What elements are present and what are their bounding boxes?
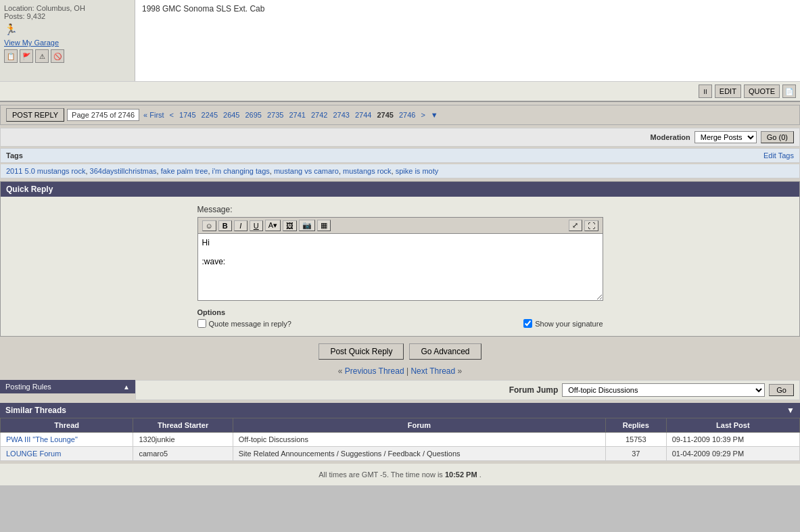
quick-reply-section: Quick Reply Message: ☺ B I U A▾ 🖼 📷 ▦ xyxy=(0,181,800,337)
page-link-2735[interactable]: 2735 xyxy=(266,111,285,119)
tag-changing-tags[interactable]: i'm changing tags xyxy=(212,167,270,175)
thread-link-cell-2: LOUNGE Forum xyxy=(1,447,133,461)
options-row: Quote message in reply? Show your signat… xyxy=(197,319,603,328)
posting-rules-label: Posting Rules xyxy=(5,383,51,391)
edit-button[interactable]: EDIT xyxy=(715,84,741,98)
lastpost-cell-2: 01-04-2009 09:29 PM xyxy=(666,447,799,461)
last-page-icon[interactable]: ▼ xyxy=(429,111,440,119)
italic-button[interactable]: I xyxy=(234,220,248,231)
note-icon[interactable]: 📋 xyxy=(4,49,18,63)
warn-icon[interactable]: ⚠ xyxy=(35,49,49,63)
signature-checkbox[interactable] xyxy=(523,319,532,328)
fullscreen-button[interactable]: ⛶ xyxy=(584,220,598,231)
replies-cell-2: 37 xyxy=(605,447,666,461)
flag-icon[interactable]: 🚩 xyxy=(20,49,33,63)
prev-page-link[interactable]: < xyxy=(168,111,175,119)
page-link-2645[interactable]: 2645 xyxy=(222,111,241,119)
post-reply-button[interactable]: POST REPLY xyxy=(6,108,64,122)
user-posts: Posts: 9,432 xyxy=(4,12,131,20)
view-garage-link[interactable]: View My Garage xyxy=(4,39,59,47)
user-action-icons: 📋 🚩 ⚠ 🚫 xyxy=(4,49,131,63)
signature-checkbox-label[interactable]: Show your signature xyxy=(523,319,603,328)
edit-tags-link[interactable]: Edit Tags xyxy=(763,151,794,160)
vehicle-info: 1998 GMC Sonoma SLS Ext. Cab xyxy=(142,4,793,14)
next-page-link[interactable]: > xyxy=(419,111,426,119)
current-page: 2745 xyxy=(375,111,394,119)
footer-prefix: All times are GMT -5. The time now is xyxy=(319,470,443,479)
quote-checkbox-label[interactable]: Quote message in reply? xyxy=(197,319,291,328)
post-sidebar: Location: Columbus, OH Posts: 9,432 🏃 Vi… xyxy=(0,0,135,81)
message-editor[interactable]: Hi :wave: xyxy=(197,233,603,301)
page-link-2741[interactable]: 2741 xyxy=(287,111,306,119)
tag-mustang-vs-camaro[interactable]: mustang vs camaro xyxy=(274,167,339,175)
tag-364days[interactable]: 364daystillchristmas xyxy=(90,167,157,175)
insert-image-button[interactable]: 🖼 xyxy=(283,220,297,231)
page-link-2743[interactable]: 2743 xyxy=(331,111,350,119)
editor-wrapper: ☺ B I U A▾ 🖼 📷 ▦ ⤢ ⛶ Hi :wave: xyxy=(197,217,603,303)
post-action-row: ⏸ EDIT QUOTE 📄 xyxy=(0,81,800,101)
col-starter: Thread Starter xyxy=(133,418,233,433)
similar-threads-toggle[interactable]: ▼ xyxy=(786,406,795,415)
collapse-arrow-icon[interactable]: ▲ xyxy=(123,383,130,391)
post-quick-reply-button[interactable]: Post Quick Reply xyxy=(319,343,404,360)
moderation-go-button[interactable]: Go (0) xyxy=(761,131,794,143)
previous-thread-link[interactable]: Previous Thread xyxy=(345,366,404,376)
tag-mustangs-rock-2[interactable]: mustangs rock xyxy=(343,167,392,175)
table-row: LOUNGE Forum camaro5 Site Related Announ… xyxy=(1,447,800,461)
tag-mustangs-rock[interactable]: 2011 5.0 mustangs rock xyxy=(6,167,85,175)
moderation-bar: Moderation Merge Posts Go (0) xyxy=(0,128,800,147)
quote-button[interactable]: QUOTE xyxy=(744,84,780,98)
thread-navigation: « Previous Thread | Next Thread » xyxy=(0,366,800,376)
first-page-link[interactable]: « First xyxy=(142,111,166,119)
page-link-2744[interactable]: 2744 xyxy=(354,111,373,119)
tags-section: Tags Edit Tags 2011 5.0 mustangs rock, 3… xyxy=(0,148,800,178)
page-link-2742[interactable]: 2742 xyxy=(310,111,329,119)
starter-cell-1: 1320junkie xyxy=(133,433,233,447)
smilies-button[interactable]: ☺ xyxy=(202,220,216,231)
table-row: PWA III "The Lounge" 1320junkie Off-topi… xyxy=(1,433,800,447)
user-icon: 🏃 xyxy=(4,23,131,36)
page-link-2746[interactable]: 2746 xyxy=(398,111,417,119)
moderation-select[interactable]: Merge Posts xyxy=(695,131,757,143)
forum-cell-2: Site Related Announcements / Suggestions… xyxy=(233,447,605,461)
posting-rules-bar: Posting Rules ▲ xyxy=(0,380,135,393)
block-icon[interactable]: 🚫 xyxy=(51,49,64,63)
thread-nav-prefix: « xyxy=(338,366,343,376)
col-forum: Forum xyxy=(233,418,605,433)
moderation-label: Moderation xyxy=(651,133,690,141)
similar-threads-section: Similar Threads ▼ Thread Thread Starter … xyxy=(0,403,800,461)
thread-link-1[interactable]: PWA III "The Lounge" xyxy=(6,435,78,443)
editor-toolbar: ☺ B I U A▾ 🖼 📷 ▦ ⤢ ⛶ xyxy=(197,217,603,233)
page-link-2695[interactable]: 2695 xyxy=(244,111,263,119)
underline-button[interactable]: U xyxy=(250,220,263,231)
insert-table-button[interactable]: ▦ xyxy=(317,220,331,231)
go-advanced-button[interactable]: Go Advanced xyxy=(409,343,481,360)
footer-time: 10:52 PM xyxy=(445,470,477,479)
thread-link-2[interactable]: LOUNGE Forum xyxy=(6,450,61,458)
bold-button[interactable]: B xyxy=(218,220,232,231)
posting-rules-section: Posting Rules ▲ xyxy=(0,380,135,393)
forum-jump-go-button[interactable]: Go xyxy=(769,384,794,396)
forum-jump-select[interactable]: Off-topic Discussions xyxy=(562,383,765,397)
thread-nav-separator: | xyxy=(406,366,408,376)
pause-icon[interactable]: ⏸ xyxy=(699,84,712,98)
reply-buttons-row: Post Quick Reply Go Advanced xyxy=(0,343,800,360)
forum-jump-area: Forum Jump Off-topic Discussions Go xyxy=(135,380,800,400)
quick-reply-header: Quick Reply xyxy=(1,182,799,197)
more-icon[interactable]: 📄 xyxy=(782,84,796,98)
page-link-2245[interactable]: 2245 xyxy=(200,111,219,119)
page-info: Page 2745 of 2746 xyxy=(67,109,139,121)
tag-spike[interactable]: spike is moty xyxy=(396,167,439,175)
font-color-button[interactable]: A▾ xyxy=(265,220,281,231)
starter-cell-2: camaro5 xyxy=(133,447,233,461)
quote-checkbox[interactable] xyxy=(197,319,206,328)
col-thread: Thread xyxy=(1,418,133,433)
post-content: 1998 GMC Sonoma SLS Ext. Cab xyxy=(135,0,800,81)
insert-photo-button[interactable]: 📷 xyxy=(299,220,315,231)
tag-fake-palm[interactable]: fake palm tree xyxy=(161,167,208,175)
page-link-1745[interactable]: 1745 xyxy=(178,111,197,119)
replies-cell-1: 15753 xyxy=(605,433,666,447)
next-thread-link[interactable]: Next Thread xyxy=(410,366,455,376)
expand-button[interactable]: ⤢ xyxy=(569,220,582,231)
col-last-post: Last Post xyxy=(666,418,799,433)
